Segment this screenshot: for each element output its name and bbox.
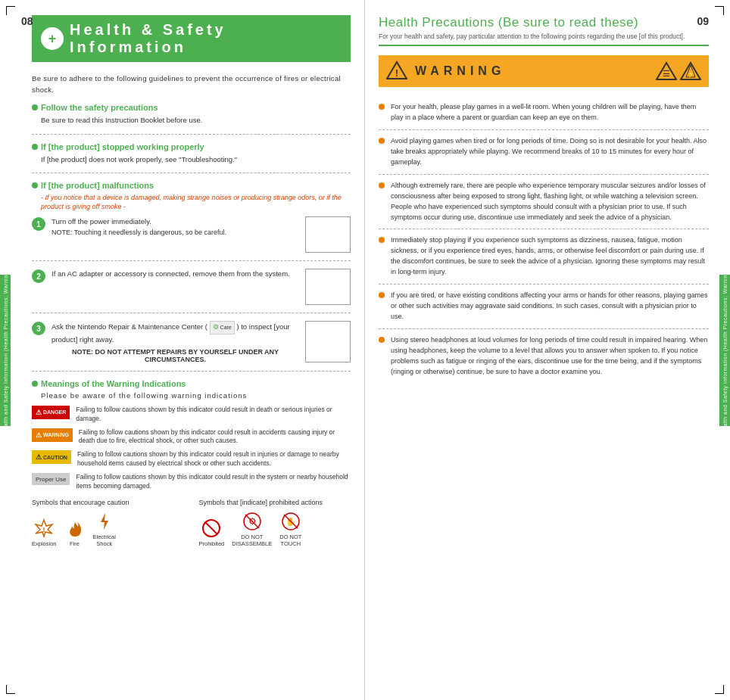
right-side-tab-text: Health and Safety Information (Health Pr…	[722, 266, 728, 434]
orange-dot-5	[379, 292, 385, 298]
precaution-6-text: Using stereo headphones at loud volumes …	[391, 335, 709, 378]
left-side-tab-text: Health and Safety Information (Health Pr…	[3, 266, 8, 434]
indicator-caution: ⚠ CAUTION Failing to follow cautions sho…	[32, 450, 351, 468]
section-malfunction-heading: If [the product] malfunctions	[32, 181, 351, 190]
step-3-image	[305, 321, 351, 362]
touch-icon: ✋	[280, 511, 301, 532]
indicator-warning: ⚠ WARNING Failing to follow cautions sho…	[32, 428, 351, 446]
warning-banner: ! WARNING ☰ ⚡	[379, 55, 709, 87]
divider-5	[32, 371, 351, 372]
step-1-text: Turn off the power immediately.	[51, 216, 299, 227]
warning-icon-1: ☰	[656, 61, 677, 82]
explosion-icon: !	[33, 518, 55, 539]
divider-4	[32, 313, 351, 313]
svg-text:☰: ☰	[663, 69, 670, 78]
prohibited-icon	[201, 518, 222, 539]
warning-banner-icons: ☰ ⚡	[656, 61, 701, 82]
danger-badge: ⚠ DANGER	[32, 406, 70, 419]
precaution-5-text: If you are tired, or have existing condi…	[391, 291, 709, 322]
electric-icon	[94, 511, 115, 532]
warning-icon-2: ⚡	[680, 61, 701, 82]
precaution-4: Immediately stop playing if you experien…	[379, 229, 709, 285]
right-page: Health and Safety Information (Health Pr…	[365, 0, 730, 700]
section-stopped-heading: If [the product] stopped working properl…	[32, 142, 351, 151]
right-page-title: Health Precautions (Be sure to read thes…	[379, 15, 709, 30]
fire-icon	[64, 518, 86, 539]
fire-caption: Fire	[70, 540, 80, 547]
precaution-1: For your health, please play games in a …	[379, 96, 709, 130]
divider-3	[32, 260, 351, 261]
caution-badge: ⚠ CAUTION	[32, 450, 71, 464]
warning-text: Failing to follow cautions shown by this…	[79, 428, 351, 446]
precaution-5: If you are tired, or have existing condi…	[379, 285, 709, 329]
proper-use-badge: Proper Use	[32, 473, 70, 485]
orange-dot-2	[379, 138, 385, 144]
symbols-prohibited-group: Symbols that [indicate] prohibited actio…	[199, 499, 351, 547]
precaution-2-text: Avoid playing games when tired or for lo…	[391, 136, 709, 168]
symbol-touch: ✋ DO NOTTOUCH	[279, 511, 301, 547]
section-follow-safety-text: Be sure to read this Instruction Booklet…	[41, 115, 351, 126]
disassemble-caption: DO NOTDISASSEMBLE	[232, 534, 272, 547]
svg-text:!: !	[43, 526, 45, 534]
page-number-left: 08	[21, 15, 33, 27]
symbols-caution-label: Symbols that encourage caution	[32, 499, 184, 506]
green-dot-4	[32, 381, 38, 387]
step-3-text: Ask the Nintendo Repair & Maintenance Ce…	[51, 321, 299, 345]
right-header: Health Precautions (Be sure to read thes…	[379, 15, 709, 46]
symbols-caution-row: ! Explosion Fire	[32, 511, 184, 547]
section-stopped-text: If [the product] does not work properly,…	[41, 154, 351, 165]
svg-text:⚡: ⚡	[687, 70, 696, 79]
symbol-fire: Fire	[64, 518, 86, 547]
step-3: 3 Ask the Nintendo Repair & Maintenance …	[32, 321, 351, 363]
page-number-right: 09	[697, 15, 709, 27]
plus-icon: +	[48, 32, 57, 45]
left-side-tab: Health and Safety Information (Health Pr…	[0, 275, 11, 426]
symbol-electric: ElectricalShock	[93, 511, 116, 547]
right-side-tab: Health and Safety Information (Health Pr…	[719, 275, 730, 426]
svg-line-4	[205, 522, 217, 534]
orange-dot-3	[379, 182, 385, 188]
left-page: Health and Safety Information (Health Pr…	[0, 0, 365, 700]
symbols-prohibited-label: Symbols that [indicate] prohibited actio…	[199, 499, 351, 506]
warning-banner-text: WARNING	[415, 64, 505, 78]
green-dot-2	[32, 144, 38, 150]
step-2-image	[305, 269, 351, 305]
meanings-heading: Meanings of the Warning Indications	[32, 379, 351, 388]
section-follow-safety-heading: Follow the safety precautions	[32, 103, 351, 112]
health-icon: +	[41, 27, 64, 50]
step-circle-3: 3	[32, 322, 45, 335]
symbol-disassemble: ⚙ DO NOTDISASSEMBLE	[232, 511, 272, 547]
orange-dot-4	[379, 237, 385, 243]
danger-text: Failing to follow cautions shown by this…	[76, 406, 351, 424]
symbols-prohibited-row: Prohibited ⚙ DO NOTDISASSEM	[199, 511, 351, 547]
prohibited-caption: Prohibited	[199, 540, 225, 547]
green-dot-3	[32, 182, 38, 188]
electric-caption: ElectricalShock	[93, 534, 116, 547]
step-2: 2 If an AC adapter or accessory is conne…	[32, 269, 351, 305]
warning-badge: ⚠ WARNING	[32, 428, 73, 442]
left-intro-text: Be sure to adhere to the following guide…	[32, 73, 351, 95]
indicator-proper: Proper Use Failing to follow cautions sh…	[32, 473, 351, 491]
precaution-1-text: For your health, please play games in a …	[391, 102, 709, 123]
step-1-image	[305, 216, 351, 253]
step-circle-2: 2	[32, 269, 45, 283]
precaution-4-text: Immediately stop playing if you experien…	[391, 235, 709, 278]
orange-dot-6	[379, 337, 385, 343]
svg-marker-2	[101, 513, 108, 530]
step-3-note: NOTE: DO NOT ATTEMPT REPAIRS BY YOURSELF…	[51, 348, 299, 363]
proper-use-text: Failing to follow cautions shown by this…	[76, 473, 351, 491]
symbols-section: Symbols that encourage caution ! Explosi…	[32, 499, 351, 547]
step-1: 1 Turn off the power immediately. NOTE: …	[32, 216, 351, 253]
step-2-text: If an AC adapter or accessory is connect…	[51, 269, 299, 279]
repair-center-icon: ⚙ Care	[210, 321, 235, 334]
step-3-content: Ask the Nintendo Repair & Maintenance Ce…	[51, 321, 299, 363]
step-2-content: If an AC adapter or accessory is connect…	[51, 269, 299, 279]
warning-banner-left: ! WARNING	[386, 60, 505, 82]
indicator-danger: ⚠ DANGER Failing to follow cautions show…	[32, 406, 351, 424]
precaution-3-text: Although extremely rare, there are peopl…	[391, 181, 709, 223]
warning-triangle-icon: !	[386, 60, 407, 82]
divider-1	[32, 134, 351, 135]
orange-dot-1	[379, 104, 385, 110]
green-dot-1	[32, 104, 38, 110]
step-circle-1: 1	[32, 217, 45, 231]
